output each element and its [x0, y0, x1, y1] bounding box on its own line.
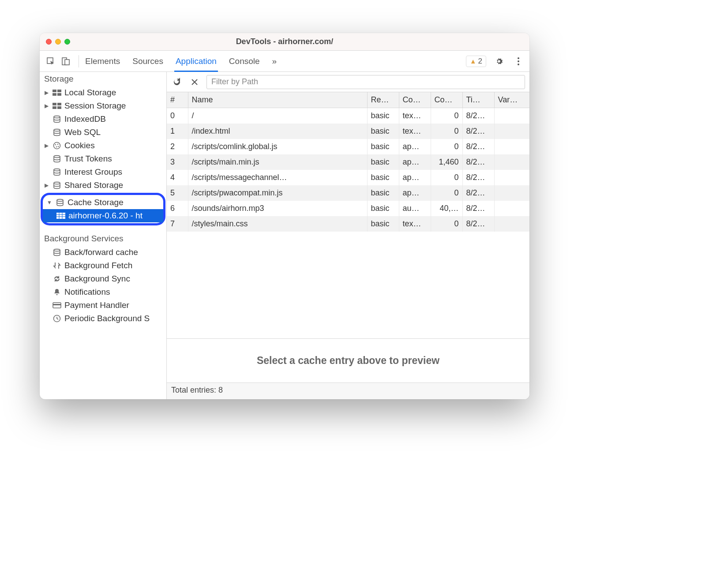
sidebar-item-background-fetch[interactable]: ▶Background Fetch — [40, 259, 166, 272]
tree-label: airhorner-0.6.20 - ht — [68, 211, 143, 221]
svg-rect-26 — [56, 213, 65, 214]
db-icon — [52, 115, 62, 124]
svg-rect-7 — [57, 90, 61, 92]
clock-icon — [52, 314, 62, 323]
svg-point-4 — [518, 60, 519, 62]
svg-point-5 — [518, 64, 519, 65]
sidebar-item-trust-tokens[interactable]: ▶Trust Tokens — [40, 152, 166, 165]
highlight-annotation: ▼ Cache Storage airhorner-0.6.20 - ht — [41, 193, 165, 225]
warning-icon: ▲ — [470, 57, 477, 65]
titlebar: DevTools - airhorner.com/ — [40, 33, 529, 51]
devtools-toolbar: Elements Sources Application Console » ▲… — [40, 51, 529, 72]
tree-label: Local Storage — [64, 88, 116, 98]
svg-point-17 — [55, 144, 56, 145]
tree-label: Back/forward cache — [64, 248, 138, 257]
main-area: Storage ▶Local Storage▶Session Storage▶I… — [40, 72, 529, 399]
col-header[interactable]: Co… — [431, 92, 462, 108]
table-row[interactable]: 2/scripts/comlink.global.jsbasicap…08/2… — [167, 139, 529, 154]
warnings-badge[interactable]: ▲ 2 — [466, 56, 486, 67]
separator — [79, 55, 79, 68]
window-title: DevTools - airhorner.com/ — [40, 37, 529, 46]
table-row[interactable]: 1/index.htmlbasictex…08/2… — [167, 124, 529, 139]
svg-rect-9 — [57, 93, 61, 96]
sidebar-item-background-sync[interactable]: ▶Background Sync — [40, 272, 166, 285]
db-icon — [52, 128, 62, 137]
sidebar-item-indexeddb[interactable]: ▶IndexedDB — [40, 112, 166, 126]
table-row[interactable]: 5/scripts/pwacompat.min.jsbasicap…08/2… — [167, 185, 529, 201]
chevron-down-icon: ▼ — [46, 199, 53, 206]
svg-rect-12 — [53, 106, 56, 109]
col-header[interactable]: Var… — [494, 92, 529, 108]
devtools-window: DevTools - airhorner.com/ Elements Sourc… — [40, 33, 529, 399]
sidebar: Storage ▶Local Storage▶Session Storage▶I… — [40, 72, 167, 399]
preview-placeholder: Select a cache entry above to preview — [257, 355, 439, 367]
tab-sources[interactable]: Sources — [132, 51, 163, 72]
tree-label: Trust Tokens — [64, 154, 112, 164]
svg-point-24 — [57, 199, 63, 202]
inspect-element-icon[interactable] — [44, 55, 57, 68]
tab-elements[interactable]: Elements — [85, 51, 120, 72]
sidebar-item-shared-storage[interactable]: ▶Shared Storage — [40, 179, 166, 192]
clear-icon[interactable] — [189, 76, 200, 88]
preview-pane: Select a cache entry above to preview — [167, 338, 529, 382]
col-header[interactable]: Re… — [367, 92, 399, 108]
tree-label: Periodic Background S — [64, 314, 150, 323]
section-header-background: Background Services — [40, 232, 166, 246]
table-row[interactable]: 6/sounds/airhorn.mp3basicau…40,…8/2… — [167, 201, 529, 216]
sidebar-item-session-storage[interactable]: ▶Session Storage — [40, 99, 166, 112]
tab-more[interactable]: » — [272, 51, 277, 72]
col-header[interactable]: Name — [188, 92, 367, 108]
sidebar-item-notifications[interactable]: ▶Notifications — [40, 285, 166, 299]
col-header[interactable]: # — [167, 92, 188, 108]
svg-rect-6 — [53, 90, 56, 92]
warning-count: 2 — [478, 57, 482, 66]
table-icon — [56, 211, 66, 220]
refresh-icon[interactable] — [171, 76, 183, 88]
section-header-storage: Storage — [40, 72, 166, 86]
sidebar-item-payment-handler[interactable]: ▶Payment Handler — [40, 299, 166, 312]
table-row[interactable]: 3/scripts/main.min.jsbasicap…1,4608/2… — [167, 154, 529, 170]
col-header[interactable]: Co… — [399, 92, 431, 108]
panel-tabs: Elements Sources Application Console » — [85, 51, 277, 72]
card-icon — [52, 301, 62, 310]
sidebar-item-cache-instance[interactable]: airhorner-0.6.20 - ht — [43, 209, 163, 222]
cache-table: #NameRe…Co…Co…Ti…Var… 0/basictex…08/2…1/… — [167, 92, 529, 399]
sidebar-item-cookies[interactable]: ▶Cookies — [40, 139, 166, 152]
device-toggle-icon[interactable] — [59, 55, 72, 68]
chevron-right-icon: ▶ — [43, 103, 49, 109]
col-header[interactable]: Ti… — [462, 92, 494, 108]
grid-icon — [52, 101, 62, 110]
tab-console[interactable]: Console — [229, 51, 260, 72]
db-icon — [52, 248, 62, 257]
svg-point-19 — [56, 146, 57, 147]
tree-label: Cookies — [64, 141, 95, 150]
svg-point-15 — [54, 129, 60, 131]
content-pane: #NameRe…Co…Co…Ti…Var… 0/basictex…08/2…1/… — [167, 72, 529, 399]
sidebar-item-interest-groups[interactable]: ▶Interest Groups — [40, 165, 166, 179]
tree-label: Background Fetch — [64, 261, 132, 270]
svg-point-31 — [54, 249, 60, 251]
table-row[interactable]: 4/scripts/messagechannel…basicap…08/2… — [167, 170, 529, 185]
tree-label: Session Storage — [64, 101, 126, 111]
sidebar-item-local-storage[interactable]: ▶Local Storage — [40, 86, 166, 99]
bell-icon — [52, 288, 62, 296]
filter-input[interactable] — [206, 75, 525, 89]
svg-point-3 — [518, 57, 519, 59]
kebab-menu-icon[interactable] — [512, 55, 525, 68]
table-row[interactable]: 7/styles/main.cssbasictex…08/2… — [167, 216, 529, 232]
database-icon — [55, 198, 65, 207]
svg-rect-10 — [53, 103, 56, 105]
chevron-right-icon: ▶ — [43, 90, 49, 96]
footer-status: Total entries: 8 — [167, 382, 529, 399]
sidebar-item-web-sql[interactable]: ▶Web SQL — [40, 126, 166, 139]
svg-point-18 — [57, 144, 58, 145]
settings-icon[interactable] — [492, 55, 506, 68]
table-row[interactable]: 0/basictex…08/2… — [167, 108, 529, 124]
svg-rect-11 — [57, 103, 61, 105]
sidebar-item-cache-storage[interactable]: ▼ Cache Storage — [43, 196, 163, 209]
sidebar-item-periodic-background-s[interactable]: ▶Periodic Background S — [40, 312, 166, 325]
sidebar-item-back-forward-cache[interactable]: ▶Back/forward cache — [40, 246, 166, 259]
tree-label: IndexedDB — [64, 114, 106, 124]
tree-label: Payment Handler — [64, 300, 129, 310]
tab-application[interactable]: Application — [176, 51, 217, 72]
